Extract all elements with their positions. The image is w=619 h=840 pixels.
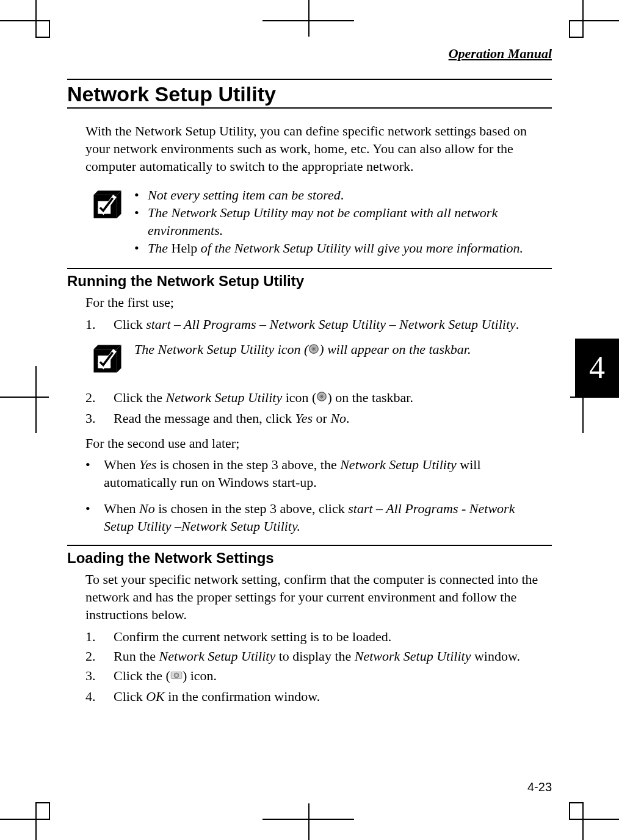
note-item-prefix: The	[148, 240, 172, 256]
intro-paragraph: With the Network Setup Utility, you can …	[85, 122, 540, 175]
note-item-end: .	[341, 187, 344, 203]
network-utility-icon	[308, 341, 319, 359]
page-number: 4-23	[527, 780, 552, 794]
svg-marker-5	[93, 345, 121, 350]
note-item-mid: Help	[172, 240, 198, 256]
note-item-suffix: of the Network Setup Utility will give y…	[197, 240, 523, 256]
svg-marker-2	[117, 191, 121, 218]
step-2: Click the Network Setup Utility icon () …	[114, 388, 540, 409]
second-use-intro: For the second use and later;	[85, 434, 540, 452]
chapter-tab: 4	[575, 339, 619, 397]
loading-step-3: Click the () icon.	[114, 666, 540, 687]
note-item: The Network Setup Utility may not be com…	[148, 204, 540, 239]
checkmark-note-icon	[92, 343, 123, 377]
taskbar-icon-note: The Network Setup Utility icon () will a…	[134, 342, 471, 357]
running-intro: For the first use;	[85, 293, 540, 311]
section-title: Network Setup Utility	[67, 79, 552, 109]
running-heading: Running the Network Setup Utility	[67, 268, 552, 290]
document-header: Operation Manual	[67, 46, 552, 62]
loading-step-4: Click OK in the confirmation window.	[114, 687, 540, 706]
step-1: Click start – All Programs – Network Set…	[114, 315, 540, 334]
loading-heading: Loading the Network Settings	[67, 545, 552, 567]
page-content: Operation Manual Network Setup Utility W…	[67, 46, 552, 794]
loading-intro: To set your specific network setting, co…	[85, 570, 540, 623]
step-3: Read the message and then, click Yes or …	[114, 409, 540, 428]
bullet-yes: When Yes is chosen in the step 3 above, …	[104, 456, 540, 491]
loading-step-1: Confirm the current network setting is t…	[114, 627, 540, 647]
loading-step-2: Run the Network Setup Utility to display…	[114, 647, 540, 666]
note-block: • Not every setting item can be stored. …	[92, 186, 540, 257]
svg-marker-1	[93, 191, 121, 195]
svg-point-12	[175, 674, 177, 676]
note-item: Not every setting item can be stored	[148, 187, 341, 203]
bullet-no: When No is chosen in the step 3 above, c…	[104, 500, 540, 535]
network-utility-icon	[316, 388, 327, 407]
svg-marker-6	[117, 345, 121, 373]
checkmark-note-icon	[92, 188, 123, 223]
gear-icon	[170, 666, 183, 686]
